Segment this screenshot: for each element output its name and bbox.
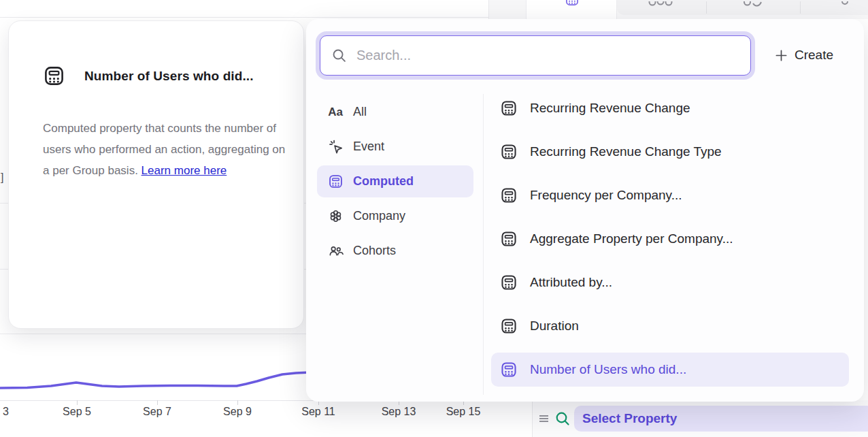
- property-picker-modal: Create Aa All Event: [306, 19, 864, 402]
- truncated-text-fragment: ]: [1, 172, 3, 184]
- text-aa-icon: Aa: [327, 106, 344, 119]
- line-chart: [0, 334, 310, 402]
- select-property-label: Select Property: [582, 411, 677, 426]
- calculator-icon: [500, 274, 518, 291]
- category-event[interactable]: Event: [317, 131, 473, 163]
- list-item[interactable]: Recurring Revenue Change Type: [491, 135, 849, 169]
- property-list: Recurring Revenue Change Recurring Reven…: [491, 91, 849, 387]
- axis-tick: [237, 400, 238, 405]
- category-sidebar: Aa All Event: [317, 96, 473, 267]
- app-screen: ] Sep 3 Sep 5 Sep 7 Sep 9 Sep 11 Sep 13 …: [0, 0, 868, 437]
- query-builder-row: Select Property: [532, 400, 868, 437]
- x-tick-label: Sep 15: [446, 406, 481, 418]
- retention-curve-icon[interactable]: [742, 0, 763, 12]
- cohorts-people-icon: [327, 243, 344, 259]
- top-bar: [0, 0, 488, 18]
- search-icon: [554, 410, 571, 430]
- divider: [483, 94, 484, 395]
- search-icon: [331, 48, 347, 63]
- select-property-button[interactable]: Select Property: [574, 406, 868, 432]
- search-input[interactable]: [356, 48, 724, 63]
- calculator-icon: [500, 361, 518, 378]
- calculator-icon: [500, 187, 518, 204]
- calculator-icon: [43, 65, 65, 87]
- calculator-icon: [500, 230, 518, 248]
- event-click-sparkle-icon: [327, 139, 344, 155]
- tab-separator: [800, 1, 801, 14]
- calculator-icon: [500, 143, 518, 161]
- category-cohorts[interactable]: Cohorts: [317, 235, 473, 267]
- tooltip-title: Number of Users who did...: [84, 69, 254, 84]
- category-computed[interactable]: Computed: [317, 165, 473, 197]
- tab-separator: [706, 1, 707, 14]
- x-tick-label: Sep 11: [301, 406, 335, 418]
- tooltip-description: Computed property that counts the number…: [43, 118, 293, 181]
- drag-handle-icon[interactable]: [538, 413, 550, 427]
- list-item-selected[interactable]: Number of Users who did...: [491, 353, 849, 387]
- list-item[interactable]: Attributed by...: [491, 265, 849, 300]
- x-tick-label: Sep 3: [0, 406, 9, 418]
- list-item[interactable]: Frequency per Company...: [491, 178, 849, 212]
- x-tick-label: Sep 13: [382, 406, 416, 418]
- create-button-label: Create: [795, 48, 833, 63]
- tab-group: [617, 0, 868, 15]
- axis-tick: [157, 400, 158, 405]
- calculator-icon: [500, 317, 518, 335]
- partial-icon[interactable]: [840, 0, 850, 12]
- search-field[interactable]: [320, 35, 751, 76]
- plus-icon: [775, 49, 788, 62]
- x-tick-label: Sep 7: [143, 406, 171, 418]
- dots-icon[interactable]: [648, 0, 673, 12]
- property-tooltip-card: Number of Users who did... Computed prop…: [8, 20, 304, 329]
- calculator-icon: [565, 0, 580, 10]
- axis-tick: [77, 400, 78, 405]
- company-cluster-icon: [327, 208, 344, 224]
- list-item[interactable]: Aggregate Property per Company...: [491, 222, 849, 256]
- calculator-icon: [327, 174, 344, 189]
- tab-strip: [488, 0, 868, 19]
- learn-more-link[interactable]: Learn more here: [141, 164, 227, 177]
- category-all[interactable]: Aa All: [317, 96, 473, 128]
- list-item[interactable]: Recurring Revenue Change: [491, 91, 849, 125]
- calculator-icon: [500, 99, 518, 117]
- category-company[interactable]: Company: [317, 200, 473, 232]
- list-item[interactable]: Duration: [491, 309, 849, 343]
- tab-computed-active[interactable]: [526, 0, 617, 19]
- x-tick-label: Sep 5: [63, 406, 91, 418]
- x-tick-label: Sep 9: [223, 406, 252, 418]
- create-button[interactable]: Create: [775, 48, 833, 63]
